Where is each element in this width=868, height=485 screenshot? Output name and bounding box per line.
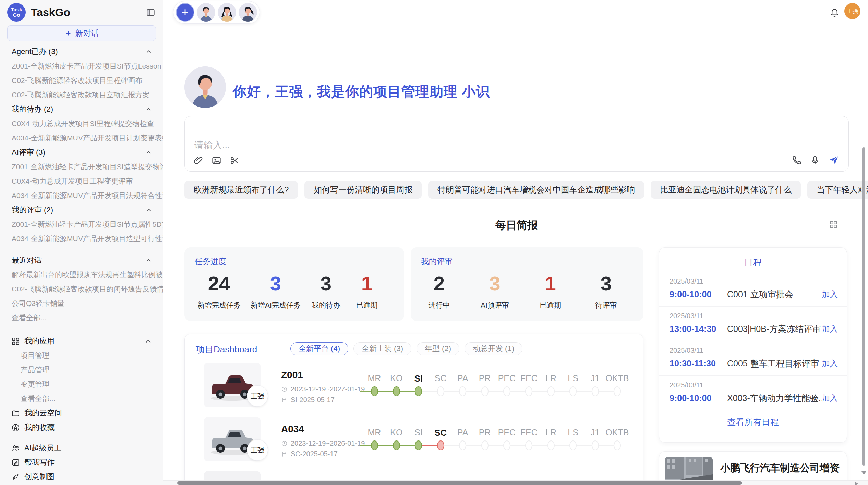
assistant-avatar[interactable] (218, 3, 236, 22)
schedule-item[interactable]: 2025/03/119:00-10:00C001-立项审批会加入 (659, 272, 847, 306)
milestone-node (614, 386, 621, 396)
schedule-time: 9:00-10:00 (670, 289, 727, 299)
horizontal-scrollbar[interactable] (163, 480, 868, 485)
schedule-card: 日程 2025/03/119:00-10:00C001-立项审批会加入2025/… (659, 247, 847, 443)
assistant-avatar[interactable] (239, 3, 257, 22)
app-item[interactable]: 变更管理 (0, 377, 163, 391)
app-item[interactable]: 项目管理 (0, 348, 163, 363)
new-chat-button[interactable]: 新对话 (7, 25, 156, 41)
paperclip-icon[interactable] (193, 155, 204, 166)
assistant-switcher (173, 1, 260, 24)
add-assistant-button[interactable] (176, 3, 194, 22)
milestone-label: OKTB (602, 373, 632, 383)
sidebar-section-header[interactable]: AI评审 (3) (0, 145, 163, 160)
sidebar-item[interactable]: C0X4-动力总成开发项目工程变更评审 (0, 174, 163, 188)
milestone-node (415, 386, 422, 396)
project-flag-text: SC-2025-05-17 (291, 450, 338, 458)
sidebar-item[interactable]: C0X4-动力总成开发项目SI里程碑提交物检查 (0, 116, 163, 131)
chat-input[interactable]: 请输入... (184, 116, 849, 172)
horizontal-scrollbar-thumb[interactable] (177, 481, 742, 485)
avatar-illustration (184, 66, 226, 108)
send-icon[interactable] (828, 154, 840, 166)
app-logo-line2: Go (13, 12, 20, 18)
app-item[interactable]: 产品管理 (0, 363, 163, 377)
suggestion-chip[interactable]: 比亚迪全固态电池计划具体说了什么 (651, 181, 801, 199)
sidebar-item[interactable]: A034-全新新能源MUV产品开发项目法规符合性评审 (0, 188, 163, 203)
suggestion-chip[interactable]: 特朗普可能对进口汽车增税会对中国车企造成哪些影响 (428, 181, 644, 199)
stat: 24新增完成任务 (197, 272, 241, 310)
project-row[interactable]: 王强A0342023-12-19~2026-01-19SC-2025-05-17… (185, 412, 643, 467)
join-button[interactable]: 加入 (822, 393, 838, 403)
recent-chat-item[interactable]: C02-飞腾新能源轻客改款项目的闭环通告反馈情况 (0, 282, 163, 296)
suggestion-chip[interactable]: 如何写一份清晰的项目周报 (304, 181, 422, 199)
sidebar-item[interactable]: C02-飞腾新能源轻客改款项目立项汇报方案 (0, 88, 163, 102)
view-all-schedule-link[interactable]: 查看所有日程 (659, 411, 847, 428)
my-apps-header[interactable]: 我的应用 (0, 334, 163, 348)
sidebar-item-cloud-space[interactable]: 我的云空间 (0, 406, 163, 420)
schedule-time: 13:00-14:30 (670, 324, 727, 334)
bell-icon[interactable] (830, 7, 840, 17)
schedule-date: 2025/03/11 (670, 312, 838, 320)
sidebar-section-header[interactable]: 我的评审 (2) (0, 203, 163, 217)
stat-card: 任务进度24新增完成任务3新增AI完成任务3我的待办1已逾期 (184, 247, 404, 321)
schedule-name: C001-立项审批会 (727, 289, 822, 300)
schedule-item[interactable]: 2025/03/119:00-10:00X003-车辆动力学性能验...加入 (659, 375, 847, 410)
milestone-node (393, 386, 400, 396)
sidebar-item[interactable]: A034-全新新能源MUV产品开发项目造型可行性评审 (0, 232, 163, 246)
suggestion-chip[interactable]: 欧洲新规最近颁布了什么? (184, 181, 298, 199)
recent-chat-item[interactable]: 公司Q3轻卡销量 (0, 296, 163, 311)
schedule-item[interactable]: 2025/03/1113:00-14:30C003|H0B-方案冻结评审加入 (659, 306, 847, 341)
view-all-chats-link[interactable]: 查看全部... (0, 311, 163, 325)
project-flag-milestone: SC-2025-05-17 (281, 450, 338, 458)
assistant-avatar[interactable] (197, 3, 215, 22)
dashboard-filter-chip[interactable]: 全新上装 (3) (353, 342, 411, 355)
sidebar-item-ai-super-staff[interactable]: AI超级员工 (0, 441, 163, 455)
stat-card-title: 任务进度 (195, 256, 388, 267)
schedule-row: 9:00-10:00X003-车辆动力学性能验...加入 (670, 393, 838, 404)
phone-icon[interactable] (792, 155, 802, 165)
join-button[interactable]: 加入 (822, 324, 838, 334)
project-row[interactable]: 王强Z0012023-12-19~2027-01-19SI-2025-05-17… (185, 358, 643, 412)
sidebar-item[interactable]: Z001-全新燃油轻卡产品开发项目SI造型提交物评审 (0, 160, 163, 174)
scroll-right-arrow[interactable] (855, 482, 858, 485)
sidebar-item[interactable]: Z001-全新燃油皮卡产品开发项目SI节点Lesson Learn报告 (0, 59, 163, 73)
join-button[interactable]: 加入 (822, 358, 838, 369)
section-title: 我的评审 (2) (12, 205, 53, 215)
mic-icon[interactable] (810, 155, 820, 165)
avatar-illustration (197, 3, 215, 22)
stat-label: AI预评审 (479, 300, 510, 310)
view-all-apps-link[interactable]: 查看全部... (0, 391, 163, 406)
star-badge-icon (11, 423, 20, 432)
chevron-up-icon (145, 149, 153, 156)
dashboard-filter-chip[interactable]: 年型 (2) (417, 342, 459, 355)
sidebar-item-favorites[interactable]: 我的收藏 (0, 420, 163, 435)
sidebar-section-header[interactable]: Agent已办 (3) (0, 45, 163, 59)
join-button[interactable]: 加入 (822, 289, 838, 300)
sidebar-collapse-icon[interactable] (146, 8, 155, 17)
sidebar-item-help-me-write[interactable]: 帮我写作 (0, 455, 163, 470)
scissors-icon[interactable] (229, 155, 240, 166)
app-title: TaskGo (31, 6, 70, 19)
suggestion-chip[interactable]: 当下年轻人对汽车外观有怎样的喜好趋势 (807, 181, 868, 199)
recent-chat-item[interactable]: 解释最新出台的欧盟报废车法规再生塑料比例被调至15%... (0, 268, 163, 282)
greeting-text: 你好，王强，我是你的项目管理助理 小识 (233, 82, 490, 101)
schedule-item[interactable]: 2025/03/1110:30-11:30C005-整车工程目标评审加入 (659, 341, 847, 375)
vertical-scrollbar-thumb[interactable] (862, 147, 865, 466)
sidebar-item[interactable]: A034-全新新能源MUV产品开发项目计划变更表编写 (0, 131, 163, 145)
sidebar-item[interactable]: C02-飞腾新能源轻客改款项目里程碑画布 (0, 73, 163, 88)
image-icon[interactable] (211, 155, 222, 166)
dashboard-filters: 全新平台 (4)全新上装 (3)年型 (2)动总开发 (1) (290, 342, 522, 355)
grid-layout-icon[interactable] (829, 220, 838, 229)
my-apps-list: 项目管理产品管理变更管理查看全部... (0, 348, 163, 406)
dashboard-filter-chip[interactable]: 动总开发 (1) (465, 342, 522, 355)
tool-label: 帮我写作 (24, 457, 55, 468)
sidebar-item[interactable]: Z001-全新燃油轻卡产品开发项目SI节点属性5D文件评审 (0, 217, 163, 232)
sidebar-item-creative-drawing[interactable]: 创意制图 (0, 470, 163, 484)
recent-chats-header[interactable]: 最近对话 (0, 253, 163, 268)
schedule-name: C003|H0B-方案冻结评审 (727, 323, 822, 335)
user-avatar[interactable]: 王强 (844, 3, 860, 19)
schedule-row: 9:00-10:00C001-立项审批会加入 (670, 289, 838, 300)
scroll-down-arrow[interactable] (861, 471, 866, 475)
sidebar-section-header[interactable]: 我的待办 (2) (0, 102, 163, 116)
dashboard-filter-chip[interactable]: 全新平台 (4) (290, 342, 348, 355)
